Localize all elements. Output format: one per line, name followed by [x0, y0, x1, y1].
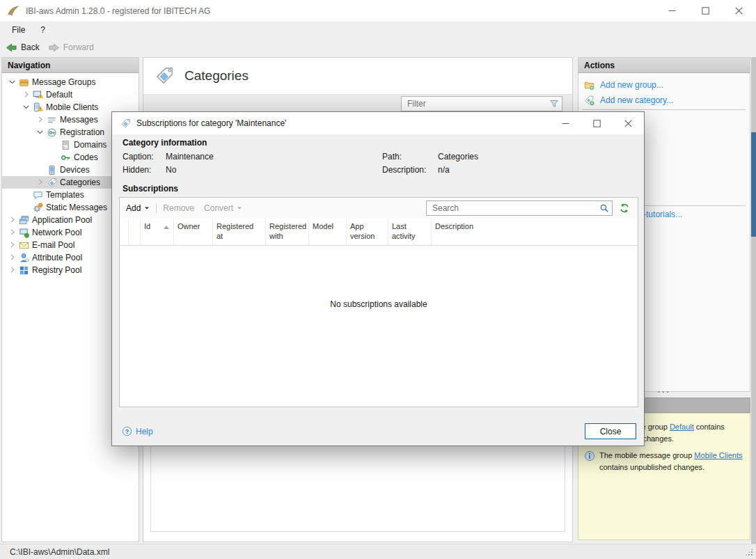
app-logo-icon [7, 5, 19, 17]
header-cell-last-activity[interactable]: Last activity [388, 219, 432, 245]
statusbar-path: C:\IBI-aws\Admin\Data.xml [10, 547, 109, 557]
messages-icon [47, 115, 57, 125]
expander-open-icon[interactable] [36, 127, 46, 137]
expander-spacer [22, 190, 32, 200]
header-cell-app-version[interactable]: App version [347, 219, 388, 245]
nav-item-message-groups[interactable]: Message Groups [2, 76, 139, 88]
devices-icon [47, 165, 57, 175]
column-label: Last activity [392, 222, 416, 240]
subscriptions-table-header: IdOwnerRegistered atRegistered withModel… [120, 219, 638, 246]
nav-item-label: Devices [60, 165, 90, 175]
header-cell-description[interactable]: Description [432, 219, 638, 245]
header-cell-id[interactable]: Id [141, 219, 174, 245]
close-button[interactable]: Close [585, 423, 636, 439]
forward-button[interactable]: Forward [48, 42, 94, 54]
help-link[interactable]: ? Help [122, 426, 153, 436]
resize-grip[interactable] [745, 548, 753, 556]
refresh-button[interactable] [619, 203, 630, 214]
message-groups-icon [19, 77, 29, 88]
close-window-button[interactable] [727, 0, 750, 22]
screen-edge-bleed [751, 57, 756, 544]
hidden-value: No [166, 165, 176, 175]
category-tag-icon [155, 66, 174, 86]
caption-value: Maintenance [166, 152, 214, 162]
expander-open-icon[interactable] [22, 102, 32, 112]
forward-label: Forward [63, 42, 94, 52]
expander-closed-icon[interactable] [8, 253, 18, 262]
action-add-new-category[interactable]: Add new category... [578, 93, 750, 108]
notification-text: The mobile message group Mobile Clients … [599, 450, 744, 473]
attribute-pool-icon [19, 253, 29, 263]
maximize-button[interactable] [693, 0, 717, 22]
expander-closed-icon[interactable] [8, 215, 18, 225]
expander-closed-icon[interactable] [36, 115, 46, 125]
column-label: Description [435, 222, 473, 230]
templates-icon [33, 190, 43, 200]
column-label: Owner [178, 222, 200, 230]
registry-pool-icon [19, 265, 29, 276]
notification-link-default[interactable]: Default [670, 423, 694, 431]
filter-icon[interactable] [549, 99, 559, 109]
description-value: n/a [438, 165, 450, 175]
expander-closed-icon[interactable] [8, 228, 18, 237]
menu-item-file[interactable]: File [4, 23, 33, 37]
dialog-close-button[interactable] [613, 112, 644, 134]
expander-closed-icon[interactable] [22, 90, 32, 100]
dialog-footer: ? Help Close [112, 407, 644, 446]
back-button[interactable]: Back [6, 42, 40, 54]
window-controls [650, 0, 756, 22]
help-icon: ? [122, 426, 132, 436]
header-cell-registered-at[interactable]: Registered at [213, 219, 266, 245]
application-pool-icon [19, 215, 29, 226]
svg-text:?: ? [125, 428, 129, 435]
nav-item-label: Codes [74, 152, 98, 162]
expander-closed-icon[interactable] [36, 178, 46, 187]
menu-item-[interactable]: ? [33, 23, 53, 37]
back-label: Back [21, 42, 40, 52]
header-cell-blank[interactable] [120, 219, 129, 245]
notification-mobile-clients: The mobile message group Mobile Clients … [581, 446, 747, 475]
remove-button[interactable]: Remove [163, 203, 194, 213]
search-icon [599, 203, 609, 213]
convert-dropdown-icon [237, 203, 242, 213]
header-cell-model[interactable]: Model [309, 219, 347, 245]
notification-link-mobile-clients[interactable]: Mobile Clients [694, 451, 742, 459]
dialog-title: Subscriptions for category 'Maintenance' [136, 118, 286, 128]
expander-closed-icon[interactable] [8, 265, 18, 275]
expander-spacer [22, 203, 32, 212]
dialog-controls [550, 112, 644, 134]
header-cell-blank[interactable] [129, 219, 141, 245]
dialog-minimize-button[interactable] [550, 112, 581, 134]
search-input[interactable] [426, 200, 613, 216]
actions-header: Actions [578, 58, 750, 73]
categories-heading: Categories [143, 58, 572, 94]
menubar: File? [0, 22, 756, 38]
minimize-button[interactable] [660, 0, 684, 22]
nav-item-label: Domains [74, 140, 107, 150]
add-button[interactable]: Add [126, 203, 150, 213]
expander-open-icon[interactable] [8, 77, 18, 87]
nav-item-label: E-mail Pool [32, 240, 74, 250]
navigation-toolbar: Back Forward [0, 38, 756, 57]
network-pool-icon [19, 228, 29, 238]
dialog-maximize-button[interactable] [581, 112, 613, 134]
filter-input[interactable] [401, 96, 562, 111]
header-cell-owner[interactable]: Owner [174, 219, 213, 245]
expander-closed-icon[interactable] [8, 240, 18, 250]
nav-item-label: Application Pool [32, 215, 92, 225]
column-label: Model [313, 222, 333, 230]
navigation-header: Navigation [2, 58, 139, 73]
info-icon [584, 450, 595, 462]
header-cell-registered-with[interactable]: Registered with [266, 219, 309, 245]
convert-button[interactable]: Convert [204, 203, 242, 213]
expander-spacer [36, 165, 46, 175]
domains-icon [61, 140, 71, 150]
window-titlebar: IBI-aws Admin 1.28.0 - registered for IB… [0, 0, 756, 22]
hidden-label: Hidden: [123, 165, 151, 175]
filter-bar [143, 94, 572, 113]
nav-item-label: Default [46, 90, 72, 100]
nav-item-label: Message Groups [32, 77, 95, 87]
action-add-new-group[interactable]: Add new group... [578, 77, 750, 93]
nav-item-default[interactable]: Default [2, 88, 139, 101]
category-tag-icon [120, 118, 131, 129]
